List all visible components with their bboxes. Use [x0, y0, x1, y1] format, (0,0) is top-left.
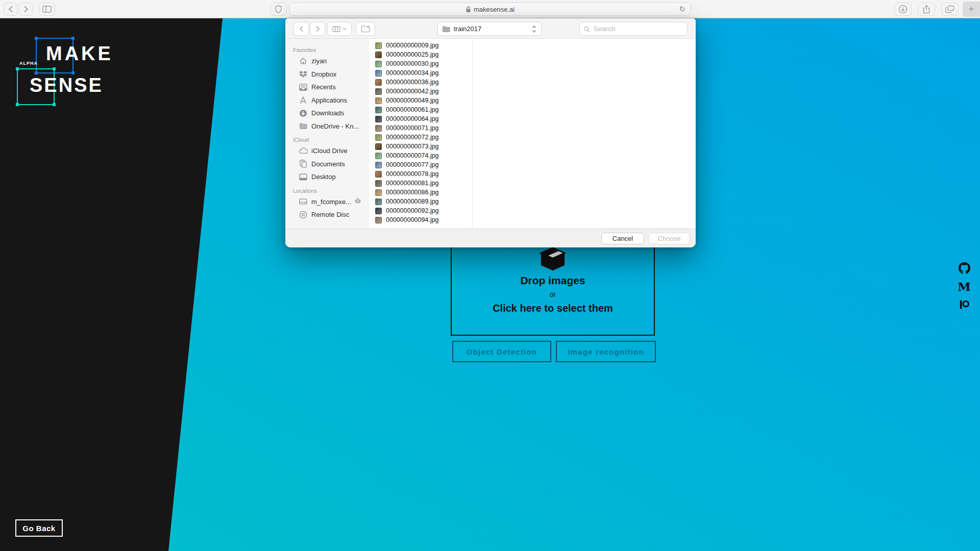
sidebar-item-icloud-drive[interactable]: iCloud Drive	[285, 144, 368, 158]
columns-view-icon	[332, 26, 340, 32]
column-divider	[472, 39, 473, 229]
recents-icon	[299, 84, 308, 91]
chevron-down-icon	[342, 28, 347, 30]
file-name: 000000000094.jpg	[386, 216, 439, 223]
cloud-icon	[299, 147, 308, 154]
downloads-toolbar-button[interactable]	[894, 3, 912, 16]
current-folder-name: train2017	[454, 25, 481, 33]
file-row[interactable]: 000000000030.jpg	[369, 59, 696, 68]
sidebar-item-downloads[interactable]: Downloads	[285, 107, 368, 120]
image-recognition-button[interactable]: Image recognition	[556, 341, 656, 362]
file-row[interactable]: 000000000025.jpg	[369, 50, 696, 59]
dropzone-or: or	[452, 290, 654, 298]
dialog-sidebar: FavoritesziyanDropboxRecentsApplications…	[285, 39, 369, 229]
dialog-back-button[interactable]	[293, 22, 309, 36]
file-row[interactable]: 000000000074.jpg	[369, 151, 696, 160]
search-input[interactable]	[593, 24, 683, 33]
refresh-icon[interactable]: ↻	[679, 5, 685, 14]
tabs-icon	[945, 5, 954, 13]
new-tab-button[interactable]: +	[963, 2, 980, 17]
sidebar-item-m-fcompxe[interactable]: m_fcompxe...	[285, 195, 368, 209]
makesense-logo: ALPHA MAKE SENSE	[14, 34, 121, 126]
image-dropzone[interactable]: Drop images or Click here to select them	[451, 245, 655, 336]
cancel-button[interactable]: Cancel	[601, 233, 644, 244]
file-row[interactable]: 000000000009.jpg	[369, 41, 696, 50]
sidebar-item-documents[interactable]: Documents	[285, 158, 368, 171]
choose-button[interactable]: Choose	[648, 233, 690, 244]
file-open-dialog: train2017 FavoritesziyanDropboxRecentsAp…	[285, 18, 696, 247]
dropzone-select-link[interactable]: Click here to select them	[452, 303, 654, 314]
share-button[interactable]	[918, 3, 935, 16]
chevron-right-icon	[23, 6, 29, 13]
sidebar-item-label: ziyan	[311, 57, 327, 65]
file-name: 000000000078.jpg	[386, 170, 439, 178]
file-row[interactable]: 000000000072.jpg	[369, 133, 696, 142]
file-name: 000000000061.jpg	[386, 106, 439, 113]
file-row[interactable]: 000000000042.jpg	[369, 87, 696, 96]
dialog-forward-button[interactable]	[310, 22, 325, 36]
photo-thumbnail	[375, 162, 382, 168]
sidebar-item-dropbox[interactable]: Dropbox	[285, 68, 368, 81]
file-row[interactable]: 000000000092.jpg	[369, 206, 696, 215]
view-mode-button[interactable]	[327, 22, 352, 36]
dropbox-icon	[299, 70, 308, 78]
file-name: 000000000064.jpg	[386, 115, 439, 122]
file-row[interactable]: 000000000081.jpg	[369, 179, 696, 188]
file-row[interactable]: 000000000034.jpg	[369, 68, 696, 78]
tab-overview-button[interactable]	[941, 3, 959, 16]
patreon-icon[interactable]	[958, 298, 970, 311]
file-name: 000000000025.jpg	[386, 51, 439, 58]
file-row[interactable]: 000000000078.jpg	[369, 169, 696, 179]
sidebar-item-ziyan[interactable]: ziyan	[285, 55, 368, 68]
file-name: 000000000077.jpg	[386, 161, 439, 168]
photo-thumbnail	[375, 42, 382, 49]
eject-icon[interactable]	[355, 198, 361, 205]
file-row[interactable]: 000000000077.jpg	[369, 160, 696, 169]
file-row[interactable]: 000000000071.jpg	[369, 123, 696, 133]
file-row[interactable]: 000000000036.jpg	[369, 78, 696, 87]
file-row[interactable]: 000000000073.jpg	[369, 142, 696, 151]
box-icon	[538, 247, 567, 271]
stepper-icon	[531, 25, 537, 33]
photo-thumbnail	[375, 189, 382, 196]
chevron-right-icon	[315, 26, 320, 32]
sidebar-item-onedrive-kn[interactable]: OneDrive - Kn...	[285, 120, 368, 133]
file-list[interactable]: 000000000009.jpg000000000025.jpg00000000…	[369, 39, 696, 229]
social-links: M	[955, 262, 973, 311]
file-name: 000000000072.jpg	[386, 134, 439, 141]
sidebar-toggle-button[interactable]	[39, 3, 55, 16]
sidebar-item-label: Remote Disc	[311, 211, 349, 218]
address-bar[interactable]: makesense.ai ↻	[289, 3, 691, 16]
github-icon[interactable]	[958, 262, 970, 274]
photo-thumbnail	[375, 208, 382, 214]
screen: makesense.ai ↻ + ALPHA MAKE SENSE	[0, 0, 980, 551]
file-row[interactable]: 000000000089.jpg	[369, 197, 696, 206]
file-name: 000000000092.jpg	[386, 207, 439, 214]
new-folder-icon	[361, 25, 371, 33]
photo-thumbnail	[375, 171, 382, 178]
file-name: 000000000030.jpg	[386, 60, 439, 67]
new-folder-button[interactable]	[356, 22, 375, 36]
privacy-shield-button[interactable]	[270, 3, 287, 16]
file-row[interactable]: 000000000086.jpg	[369, 188, 696, 197]
photo-thumbnail	[375, 97, 382, 104]
dialog-search-field[interactable]	[579, 22, 688, 36]
disk-icon	[299, 198, 308, 205]
photo-thumbnail	[375, 143, 382, 150]
file-row[interactable]: 000000000064.jpg	[369, 114, 696, 123]
photo-thumbnail	[375, 70, 382, 77]
forward-button[interactable]	[19, 3, 33, 16]
sidebar-item-desktop[interactable]: Desktop	[285, 170, 368, 184]
file-row[interactable]: 000000000061.jpg	[369, 105, 696, 114]
sidebar-item-remote-disc[interactable]: Remote Disc	[285, 208, 368, 221]
file-row[interactable]: 000000000049.jpg	[369, 96, 696, 105]
sidebar-item-recents[interactable]: Recents	[285, 81, 368, 94]
object-detection-button[interactable]: Object Detection	[452, 341, 551, 362]
logo-text-make: MAKE	[46, 44, 113, 63]
current-folder-select[interactable]: train2017	[437, 22, 542, 36]
go-back-button[interactable]: Go Back	[15, 519, 63, 537]
back-button[interactable]	[4, 3, 17, 16]
medium-icon[interactable]: M	[958, 280, 970, 292]
file-row[interactable]: 000000000094.jpg	[369, 215, 696, 224]
sidebar-item-applications[interactable]: Applications	[285, 94, 368, 107]
